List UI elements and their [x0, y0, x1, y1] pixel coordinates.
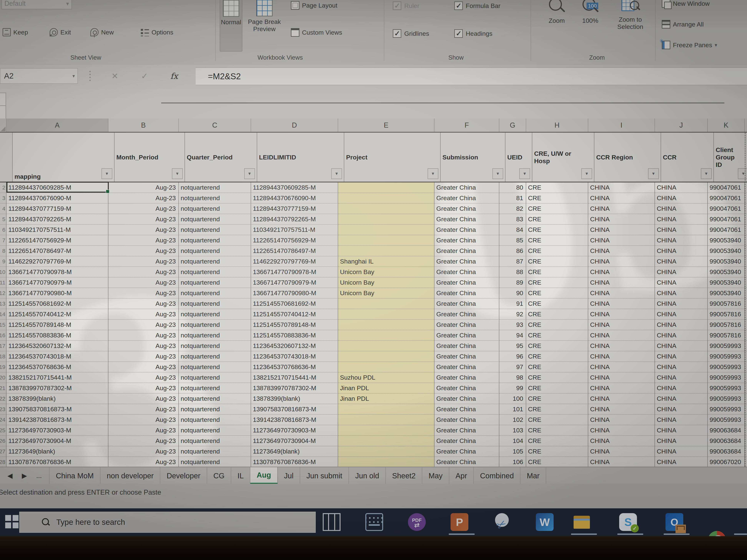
cell-f[interactable]: Greater China: [434, 256, 499, 267]
cell-e[interactable]: Shanghai IL: [338, 256, 434, 267]
cell-c[interactable]: notquarterend: [179, 298, 251, 309]
cell-e[interactable]: [338, 204, 434, 214]
cell-c[interactable]: notquarterend: [179, 362, 251, 372]
cell-a[interactable]: 1130787670876836-M: [6, 457, 108, 467]
cell-d[interactable]: 1122651470756929-M: [251, 235, 338, 246]
cell-c[interactable]: notquarterend: [179, 256, 251, 267]
cell-k[interactable]: 990059993: [708, 383, 745, 394]
cell-d[interactable]: 1366714770790979-M: [251, 277, 338, 288]
cell-b[interactable]: Aug-23: [108, 267, 179, 277]
cell-b[interactable]: Aug-23: [108, 404, 179, 415]
filter-dropdown-icon[interactable]: [492, 168, 503, 179]
cell-g[interactable]: 80: [499, 182, 526, 193]
cell-d[interactable]: 1128944370792265-M: [251, 214, 338, 224]
insert-function-button[interactable]: fx: [163, 68, 185, 84]
cell-e[interactable]: [338, 425, 434, 436]
cell-i[interactable]: CHINA: [588, 182, 655, 193]
row-header[interactable]: 6: [0, 224, 6, 235]
cell-e[interactable]: [338, 193, 434, 204]
cell-a[interactable]: 1123645320607132-M: [6, 341, 108, 351]
cell-f[interactable]: Greater China: [434, 394, 499, 404]
cell-k[interactable]: 990063684: [708, 425, 745, 436]
cell-b[interactable]: Aug-23: [108, 446, 179, 457]
cell-e[interactable]: Unicorn Bay: [338, 288, 434, 298]
cell-i[interactable]: CHINA: [588, 320, 655, 330]
cell-k[interactable]: 990059993: [708, 351, 745, 362]
cell-k[interactable]: 990059993: [708, 372, 745, 383]
cell-h[interactable]: CRE: [526, 446, 588, 457]
touch-keyboard-icon[interactable]: [365, 513, 383, 531]
cell-i[interactable]: CHINA: [588, 277, 655, 288]
row-header[interactable]: 11: [0, 277, 6, 288]
filter-dropdown-icon[interactable]: [701, 168, 712, 179]
cell-f[interactable]: Greater China: [434, 214, 499, 224]
cell-e[interactable]: Unicorn Bay: [338, 267, 434, 277]
cell-f[interactable]: Greater China: [434, 457, 499, 467]
cell-g[interactable]: 100: [499, 394, 526, 404]
cell-c[interactable]: notquarterend: [179, 383, 251, 394]
row-header[interactable]: 9: [0, 256, 6, 267]
cell-j[interactable]: CHINA: [655, 309, 708, 320]
outlook-icon[interactable]: O: [666, 513, 683, 531]
cell-c[interactable]: notquarterend: [179, 224, 251, 235]
cell-e[interactable]: [338, 214, 434, 224]
cell-k[interactable]: 990059993: [708, 362, 745, 372]
cell-c[interactable]: notquarterend: [179, 246, 251, 256]
arrange-all-button[interactable]: Arrange All: [662, 20, 704, 28]
cell-i[interactable]: CHINA: [588, 298, 655, 309]
sheet-tab-aug[interactable]: Aug: [250, 467, 278, 484]
cell-a[interactable]: 1382152170715441-M: [6, 372, 108, 383]
row-header[interactable]: 13: [0, 298, 6, 309]
cell-j[interactable]: CHINA: [655, 372, 708, 383]
cell-i[interactable]: CHINA: [588, 267, 655, 277]
cell-f[interactable]: Greater China: [434, 341, 499, 351]
sheet-tab-jun-submit[interactable]: Jun submit: [300, 467, 349, 484]
cell-i[interactable]: CHINA: [588, 309, 655, 320]
formula-bar-checkbox[interactable]: [454, 1, 463, 10]
column-header-g[interactable]: G: [499, 118, 526, 132]
column-header-j[interactable]: J: [655, 118, 708, 132]
cell-j[interactable]: CHINA: [655, 235, 708, 246]
cell-j[interactable]: CHINA: [655, 267, 708, 277]
cell-k[interactable]: 990053940: [708, 235, 745, 246]
cell-i[interactable]: CHINA: [588, 288, 655, 298]
cell-k[interactable]: 990063684: [708, 436, 745, 446]
cell-d[interactable]: 1366714770790980-M: [251, 288, 338, 298]
cell-i[interactable]: CHINA: [588, 256, 655, 267]
cell-a[interactable]: 1125145570740412-M: [6, 309, 108, 320]
cell-a[interactable]: 1366714770790978-M: [6, 267, 108, 277]
column-header-c[interactable]: C: [179, 118, 251, 132]
row-header[interactable]: 14: [0, 309, 6, 320]
cell-i[interactable]: CHINA: [588, 436, 655, 446]
cell-k[interactable]: 990059993: [708, 394, 745, 404]
snipping-tool-icon[interactable]: [493, 513, 511, 531]
cell-i[interactable]: CHINA: [588, 193, 655, 204]
cell-h[interactable]: CRE: [526, 372, 588, 383]
cell-d[interactable]: 1128944370777159-M: [251, 204, 338, 214]
cell-e[interactable]: Jinan PDL: [338, 383, 434, 394]
cell-h[interactable]: CRE: [526, 415, 588, 425]
keep-button[interactable]: Keep: [3, 28, 28, 36]
cell-e[interactable]: [338, 362, 434, 372]
cell-j[interactable]: CHINA: [655, 214, 708, 224]
sheet-tab-china-mom[interactable]: China MoM: [49, 467, 100, 484]
cell-b[interactable]: Aug-23: [108, 383, 179, 394]
cell-j[interactable]: CHINA: [655, 446, 708, 457]
cell-k[interactable]: 990047061: [708, 224, 745, 235]
cell-b[interactable]: Aug-23: [108, 246, 179, 256]
cell-e[interactable]: [338, 246, 434, 256]
cell-d[interactable]: 1103492170757511-M: [251, 224, 338, 235]
cell-g[interactable]: 84: [499, 224, 526, 235]
page-break-preview-button[interactable]: Page BreakPreview: [245, 0, 284, 33]
cell-c[interactable]: notquarterend: [179, 404, 251, 415]
row-header[interactable]: 8: [0, 246, 6, 256]
header-cell-e[interactable]: Project: [344, 133, 441, 182]
cell-d[interactable]: 1123645370743018-M: [251, 351, 338, 362]
cell-f[interactable]: Greater China: [434, 309, 499, 320]
cell-i[interactable]: CHINA: [588, 204, 655, 214]
cell-k[interactable]: 990047061: [708, 204, 745, 214]
cell-k[interactable]: 990047061: [708, 182, 745, 193]
cell-i[interactable]: CHINA: [588, 362, 655, 372]
filter-dropdown-icon[interactable]: [172, 168, 183, 179]
cell-k[interactable]: 990053940: [708, 256, 745, 267]
